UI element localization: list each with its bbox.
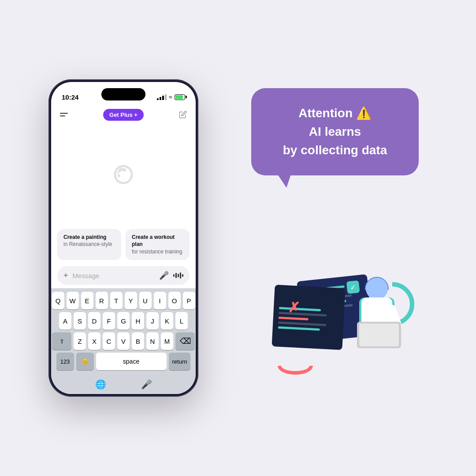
backspace-key[interactable]: ⌫ [175,332,195,350]
key-d[interactable]: D [88,312,100,330]
phone-body: 10:24 ≈ [48,79,198,397]
key-j[interactable]: J [146,312,159,330]
keyboard-row-1: Q W E R T Y U I O P [53,292,194,309]
key-u[interactable]: U [139,292,152,309]
key-g[interactable]: G [117,312,130,330]
laptop [357,322,401,348]
battery-icon [175,94,185,100]
shift-key[interactable]: ⇧ [52,332,71,350]
key-a[interactable]: A [59,312,71,330]
phone-screen: 10:24 ≈ [51,82,196,394]
x-mark: ✗ [287,299,300,316]
edit-icon[interactable] [179,111,187,119]
emoji-key[interactable]: 😊 [76,353,94,370]
keyboard-row-2: A S D F G H J K L [53,312,194,330]
chip-1-title: Create a painting [63,234,115,241]
return-key[interactable]: return [169,353,191,370]
chip-2-sub: for resistance training [132,248,183,256]
illustration: ✓ ✗ [260,264,410,388]
scene: 10:24 ≈ [0,0,476,476]
audio-wave-icon[interactable] [173,272,183,279]
bubble-text: Attention ⚠️ AI learns by collecting dat… [269,104,401,160]
wifi-icon: ≈ [169,93,172,100]
signal-icon [157,94,167,100]
key-x[interactable]: X [88,332,100,350]
chip-1-sub: in Renaissance-style [63,241,115,248]
bubble-line3: by collecting data [283,143,387,157]
numbers-key[interactable]: 123 [56,353,74,370]
key-m[interactable]: M [161,332,173,350]
key-k[interactable]: K [161,312,173,330]
speech-bubble: Attention ⚠️ AI learns by collecting dat… [251,88,419,175]
key-t[interactable]: T [110,292,123,309]
key-r[interactable]: R [96,292,108,309]
space-key[interactable]: space [96,353,167,370]
key-e[interactable]: E [81,292,93,309]
status-time: 10:24 [62,93,78,101]
key-l[interactable]: L [175,312,188,330]
phone-mockup: 10:24 ≈ [48,79,198,397]
key-n[interactable]: N [146,332,159,350]
get-plus-button[interactable]: Get Plus + [103,109,144,121]
right-panel: Attention ⚠️ AI learns by collecting dat… [242,79,428,397]
message-input-bar: + Message 🎤 [57,266,190,285]
key-f[interactable]: F [103,312,115,330]
key-i[interactable]: I [154,292,166,309]
openai-logo [113,164,134,185]
chat-area [51,124,196,225]
mic-bottom-icon[interactable]: 🎤 [141,379,152,390]
suggestion-chip-1[interactable]: Create a painting in Renaissance-style [57,229,121,260]
key-y[interactable]: Y [125,292,137,309]
keyboard: Q W E R T Y U I O P A S [51,288,196,375]
app-header: Get Plus + [51,105,196,124]
key-h[interactable]: H [132,312,144,330]
chip-2-title: Create a workout plan [132,234,183,249]
globe-icon[interactable]: 🌐 [95,379,106,390]
keyboard-bottom-row: 123 😊 space return [53,353,194,370]
key-s[interactable]: S [74,312,86,330]
red-arc-decoration [278,357,313,375]
bubble-line1: Attention ⚠️ [298,106,372,120]
key-z[interactable]: Z [74,332,86,350]
laptop-screen [359,324,399,346]
keyboard-row-3: ⇧ Z X C V B N M ⌫ [53,332,194,350]
key-p[interactable]: P [183,292,195,309]
key-w[interactable]: W [67,292,79,309]
bubble-line2: AI learns [309,125,361,138]
suggestions-row: Create a painting in Renaissance-style C… [51,225,196,264]
status-icons: ≈ [157,93,185,100]
person-head [366,278,388,300]
key-v[interactable]: V [117,332,130,350]
suggestion-chip-2[interactable]: Create a workout plan for resistance tra… [126,229,190,260]
menu-icon[interactable] [60,113,68,116]
document-front: ✗ [271,285,345,350]
dynamic-island [101,88,145,100]
key-q[interactable]: Q [52,292,64,309]
phone-bottom-bar: 🌐 🎤 [51,375,196,394]
attach-icon[interactable]: + [63,271,68,280]
illustration-container: ✓ ✗ [264,269,405,383]
key-b[interactable]: B [132,332,144,350]
key-o[interactable]: O [168,292,181,309]
character-figure [344,269,401,357]
key-c[interactable]: C [103,332,115,350]
message-placeholder[interactable]: Message [73,272,155,279]
mic-icon[interactable]: 🎤 [159,271,169,280]
